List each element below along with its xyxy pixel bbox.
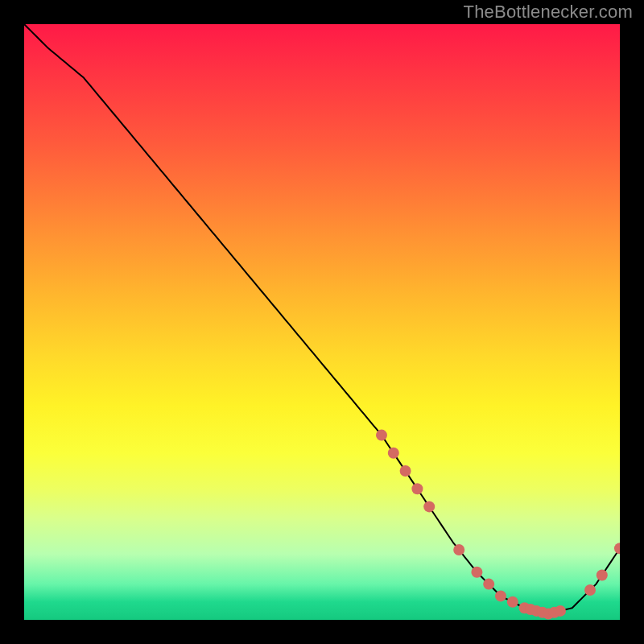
data-marker [614, 543, 620, 554]
plot-area [24, 24, 620, 620]
bottleneck-curve [24, 24, 620, 614]
data-marker [423, 501, 435, 512]
data-marker [483, 579, 494, 590]
data-marker [597, 570, 608, 581]
data-marker [400, 465, 411, 477]
data-marker [507, 597, 518, 608]
chart-svg [24, 24, 620, 620]
attribution-watermark: TheBottlenecker.com [464, 2, 633, 23]
data-marker [495, 590, 506, 601]
data-marker [555, 605, 566, 617]
data-marker [411, 483, 423, 494]
data-marker [471, 567, 482, 578]
data-marker [453, 544, 464, 555]
data-marker [584, 584, 596, 596]
data-marker [388, 448, 399, 459]
chart-frame: TheBottlenecker.com [0, 0, 644, 644]
data-marker [376, 430, 387, 441]
